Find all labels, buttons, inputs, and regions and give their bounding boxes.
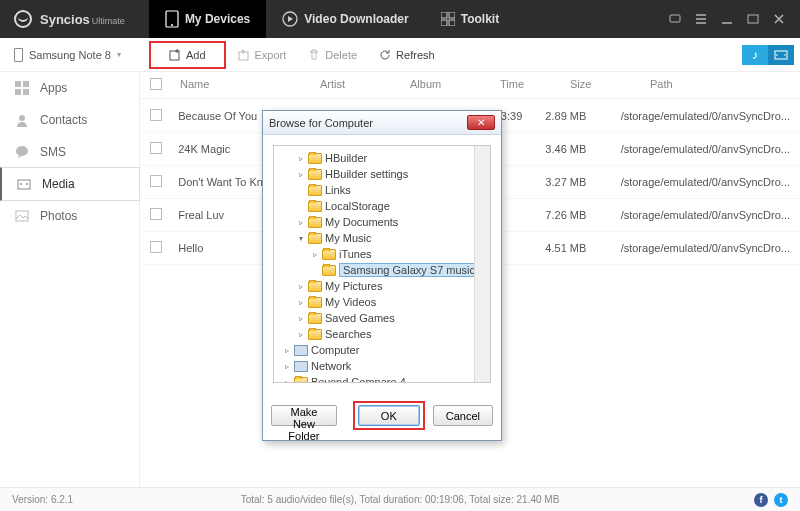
tree-label: Saved Games	[325, 312, 395, 324]
make-new-folder-button[interactable]: Make New Folder	[271, 405, 337, 426]
tree-node[interactable]: ▾My Music	[276, 230, 488, 246]
chevron-down-icon: ▾	[117, 50, 121, 59]
sidebar-item-sms[interactable]: SMS	[0, 136, 139, 168]
folder-icon	[308, 313, 322, 324]
folder-icon	[308, 281, 322, 292]
row-checkbox[interactable]	[150, 175, 162, 187]
tree-node[interactable]: ▹HBuilder	[276, 150, 488, 166]
expand-icon[interactable]: ▹	[296, 154, 305, 163]
add-button[interactable]: Add	[159, 45, 216, 65]
folder-icon	[308, 153, 322, 164]
row-checkbox[interactable]	[150, 208, 162, 220]
ok-button[interactable]: OK	[358, 405, 420, 426]
expand-icon[interactable]: ▹	[296, 330, 305, 339]
sidebar-item-contacts[interactable]: Contacts	[0, 104, 139, 136]
row-checkbox[interactable]	[150, 109, 162, 121]
tree-label: Computer	[311, 344, 359, 356]
row-checkbox[interactable]	[150, 241, 162, 253]
tree-label: Links	[325, 184, 351, 196]
tree-node[interactable]: ▹Saved Games	[276, 310, 488, 326]
col-album[interactable]: Album	[410, 78, 500, 92]
svg-rect-20	[18, 180, 30, 189]
sidebar-item-apps[interactable]: Apps	[0, 72, 139, 104]
col-path[interactable]: Path	[650, 78, 790, 92]
svg-rect-15	[23, 81, 29, 87]
expand-icon[interactable]: ▹	[296, 282, 305, 291]
titlebar: SynciosUltimate My Devices Video Downloa…	[0, 0, 800, 38]
video-badge[interactable]	[768, 45, 794, 65]
expand-icon[interactable]	[296, 202, 305, 211]
tree-node[interactable]: ▹HBuilder settings	[276, 166, 488, 182]
tree-scrollbar[interactable]	[474, 146, 490, 382]
tree-node[interactable]: ▹Network	[276, 358, 488, 374]
device-icon	[14, 48, 23, 62]
apps-icon	[14, 80, 30, 96]
svg-point-13	[784, 54, 786, 56]
col-name[interactable]: Name	[180, 78, 320, 92]
expand-icon[interactable]: ▹	[310, 250, 319, 259]
minimize-button[interactable]	[720, 12, 734, 26]
twitter-icon[interactable]: t	[774, 493, 788, 507]
svg-point-19	[16, 146, 28, 156]
logo-icon	[14, 10, 32, 28]
device-selector[interactable]: Samsung Note 8 ▾	[6, 45, 129, 65]
tree-node[interactable]: ▹Beyond Compare 4	[276, 374, 488, 383]
tab-my-devices[interactable]: My Devices	[149, 0, 266, 38]
feedback-icon[interactable]	[668, 12, 682, 26]
sidebar-item-media[interactable]: Media	[0, 167, 140, 201]
cancel-button[interactable]: Cancel	[433, 405, 493, 426]
expand-icon[interactable]: ▹	[282, 346, 291, 355]
sidebar: Apps Contacts SMS Media Photos	[0, 72, 140, 487]
folder-icon	[322, 265, 336, 276]
folder-icon	[294, 345, 308, 356]
tree-node[interactable]: Links	[276, 182, 488, 198]
tree-label: Samsung Galaxy S7 music	[339, 264, 479, 276]
dialog-titlebar[interactable]: Browse for Computer ✕	[263, 111, 501, 135]
expand-icon[interactable]: ▹	[296, 170, 305, 179]
tab-video-downloader[interactable]: Video Downloader	[266, 0, 424, 38]
maximize-button[interactable]	[746, 12, 760, 26]
tree-node[interactable]: Samsung Galaxy S7 music	[276, 262, 488, 278]
refresh-button[interactable]: Refresh	[369, 41, 445, 69]
sidebar-item-photos[interactable]: Photos	[0, 200, 139, 232]
music-badge[interactable]: ♪	[742, 45, 768, 65]
tab-toolkit[interactable]: Toolkit	[425, 0, 515, 38]
expand-icon[interactable]	[310, 266, 319, 275]
tree-node[interactable]: LocalStorage	[276, 198, 488, 214]
contacts-icon	[14, 112, 30, 128]
export-icon	[238, 49, 250, 61]
svg-point-21	[20, 183, 22, 185]
menu-icon[interactable]	[694, 12, 708, 26]
dialog-close-button[interactable]: ✕	[467, 115, 495, 130]
close-button[interactable]	[772, 12, 786, 26]
expand-icon[interactable]: ▹	[282, 362, 291, 371]
expand-icon[interactable]: ▹	[296, 314, 305, 323]
tree-node[interactable]: ▹iTunes	[276, 246, 488, 262]
expand-icon[interactable]: ▹	[296, 298, 305, 307]
tree-node[interactable]: ▹Searches	[276, 326, 488, 342]
dialog-title: Browse for Computer	[269, 117, 373, 129]
col-artist[interactable]: Artist	[320, 78, 410, 92]
tree-node[interactable]: ▹Computer	[276, 342, 488, 358]
tree-label: My Pictures	[325, 280, 382, 292]
tree-node[interactable]: ▹My Documents	[276, 214, 488, 230]
expand-icon[interactable]: ▹	[282, 378, 291, 384]
col-size[interactable]: Size	[570, 78, 650, 92]
delete-button[interactable]: Delete	[298, 41, 367, 69]
export-button[interactable]: Export	[228, 41, 297, 69]
col-time[interactable]: Time	[500, 78, 570, 92]
table-header: Name Artist Album Time Size Path	[140, 72, 800, 99]
expand-icon[interactable]: ▾	[296, 234, 305, 243]
tree-node[interactable]: ▹My Pictures	[276, 278, 488, 294]
expand-icon[interactable]	[296, 186, 305, 195]
tree-node[interactable]: ▹My Videos	[276, 294, 488, 310]
tree-label: HBuilder settings	[325, 168, 408, 180]
select-all-checkbox[interactable]	[150, 78, 162, 90]
expand-icon[interactable]: ▹	[296, 218, 305, 227]
folder-tree[interactable]: ▹HBuilder▹HBuilder settingsLinksLocalSto…	[273, 145, 491, 383]
facebook-icon[interactable]: f	[754, 493, 768, 507]
sms-icon	[14, 144, 30, 160]
refresh-icon	[379, 49, 391, 61]
folder-icon	[308, 297, 322, 308]
row-checkbox[interactable]	[150, 142, 162, 154]
